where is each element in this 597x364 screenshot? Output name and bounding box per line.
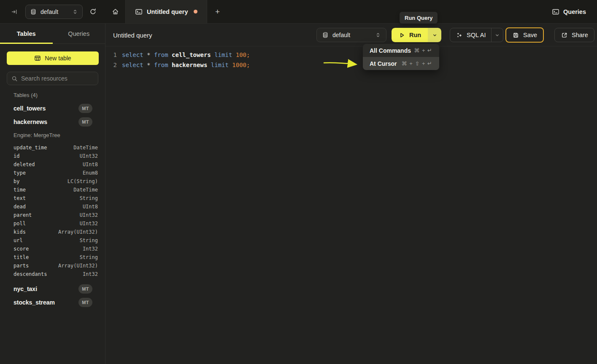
tab-label: Untitled query [147,8,188,15]
sql-ai-button-group: SQL AI [450,28,503,42]
table-name: hackernews [14,119,78,125]
new-table-label: New table [45,55,71,62]
sidebar-tab-queries[interactable]: Queries [53,24,105,43]
table-row-hackernews[interactable]: hackernews MT [0,115,105,129]
terminal-icon [552,8,559,15]
queries-button[interactable]: Queries [552,0,597,23]
sql-ai-label: SQL AI [467,32,486,38]
save-button-label: Save [523,32,537,38]
run-options-button[interactable] [428,28,441,42]
chevron-down-icon [494,32,500,38]
column-row: titleString [0,253,105,262]
collapse-sidebar-button[interactable] [8,6,20,18]
column-row: parentUInt32 [0,211,105,219]
top-bar: default [0,0,597,24]
app-window: default [0,0,597,364]
queries-button-label: Queries [563,8,586,15]
unsaved-changes-dot [194,10,197,13]
chevron-down-icon [432,32,438,38]
sidebar-tabs: Tables Queries [0,24,105,44]
query-header: Untitled query default [105,24,597,46]
column-list: update_timeDateTime idUInt32 deletedUInt… [0,143,105,278]
sidebar: Tables Queries New table Tables (4) cell [0,24,105,364]
share-button[interactable]: Share [554,28,594,42]
play-icon [398,32,405,39]
engine-label: Engine: MergeTree [0,132,105,139]
shortcut-keys: ⌘ + ↵ [414,47,432,54]
updown-chevron-icon [375,32,381,38]
column-row: timeDateTime [0,186,105,194]
column-row: update_timeDateTime [0,143,105,152]
shortcut-keys: ⌘ + ⇧ + ↵ [402,60,432,67]
column-row: typeEnum8 [0,169,105,177]
column-row: deadUInt8 [0,202,105,211]
refresh-button[interactable] [87,6,99,18]
share-icon [561,32,568,39]
column-row: byLC(String) [0,177,105,186]
save-button[interactable]: Save [505,27,544,43]
collapse-sidebar-icon [11,8,18,15]
table-row-nyc-taxi[interactable]: nyc_taxi MT [0,282,105,296]
table-name: nyc_taxi [14,286,78,292]
column-row: textString [0,194,105,202]
engine-badge: MT [78,117,92,127]
sidebar-tab-tables[interactable]: Tables [0,24,53,43]
engine-badge: MT [78,284,92,294]
topbar-database-value: default [41,8,68,15]
tables-section-title: Tables (4) [0,90,105,101]
updown-chevron-icon [72,9,78,15]
search-icon [11,75,18,82]
table-name: cell_towers [14,105,78,112]
top-bar-left: default [0,0,105,23]
run-options-menu: All Commands ⌘ + ↵ At Cursor ⌘ + ⇧ + ↵ [363,44,439,70]
home-icon [112,8,119,15]
tab-untitled-query[interactable]: Untitled query [125,0,207,23]
engine-badge: MT [78,298,92,307]
terminal-icon [135,8,143,15]
line-number: 2 [106,62,117,68]
sql-editor[interactable]: 1 select * from cell_towers limit 100; 2… [106,47,597,364]
column-row: pollUInt32 [0,219,105,228]
new-table-button[interactable]: New table [7,51,99,65]
search-box [7,72,98,85]
run-button[interactable]: Run [392,28,428,42]
run-query-tooltip: Run Query [400,12,438,24]
sql-ai-button[interactable]: SQL AI [450,28,491,42]
menu-item-all-commands[interactable]: All Commands ⌘ + ↵ [363,44,439,57]
column-row: scoreInt32 [0,245,105,253]
database-icon [322,32,329,38]
query-title: Untitled query [113,24,152,46]
table-row-cell-towers[interactable]: cell_towers MT [0,102,105,115]
column-row: deletedUInt8 [0,160,105,169]
home-tab[interactable] [105,0,125,23]
header-database-selector[interactable]: default [316,28,386,42]
search-input[interactable] [21,75,97,82]
run-button-group: Run [392,28,441,42]
engine-badge: MT [78,104,92,113]
run-button-label: Run [409,32,421,38]
table-row-stocks-stream[interactable]: stocks_stream MT [0,296,105,309]
header-database-value: default [332,32,371,38]
refresh-icon [89,8,97,15]
line-number: 1 [106,51,117,58]
code-line-1: 1 select * from cell_towers limit 100; [106,50,597,60]
menu-item-at-cursor[interactable]: At Cursor ⌘ + ⇧ + ↵ [363,57,439,70]
table-grid-icon [34,55,41,62]
database-icon [30,8,37,15]
sparkles-ai-icon [456,32,463,39]
share-button-label: Share [572,32,588,38]
column-row: kidsArray(UInt32) [0,228,105,236]
save-floppy-icon [512,32,519,39]
new-tab-button[interactable]: + [207,0,227,23]
topbar-database-selector[interactable]: default [25,5,83,19]
column-row: partsArray(UInt32) [0,262,105,270]
column-row: descendantsInt32 [0,270,105,278]
column-row: idUInt32 [0,152,105,160]
table-name: stocks_stream [14,299,78,306]
tab-strip: Untitled query + [105,0,227,23]
code-line-2: 2 select * from hackernews limit 1000; [106,60,597,70]
column-row: urlString [0,236,105,245]
sql-ai-options-button[interactable] [491,28,503,42]
